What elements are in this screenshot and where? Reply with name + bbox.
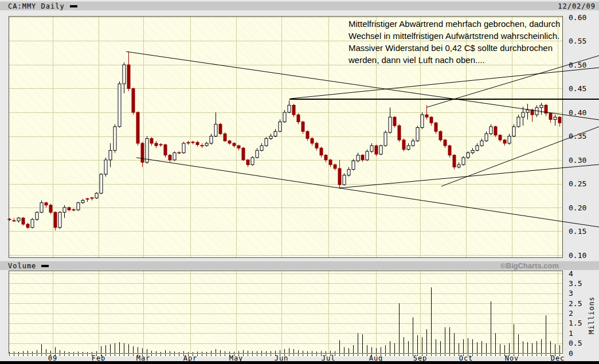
bigcharts-copyright: ©BigCharts.com	[500, 261, 559, 270]
volume-axis-label: 3	[569, 289, 573, 298]
analyst-annotation: Mittelfristiger Abwärtrend mehrfach gebr…	[349, 18, 566, 66]
price-axis-label: 0.15	[569, 227, 586, 236]
price-axis-label: 0.30	[569, 156, 586, 165]
volume-panel-header: Volume ©BigCharts.com	[0, 261, 599, 270]
volume-axis-label: 0.5	[569, 339, 582, 347]
annotation-line: Mittelfristiger Abwärtrend mehrfach gebr…	[349, 18, 566, 30]
volume-chart-panel	[9, 271, 563, 354]
bigcharts-chart-screenshot: CA:MMY Daily 12/02/09 Mittelfristiger Ab…	[0, 0, 599, 364]
as-of-date: 12/02/09	[558, 2, 596, 10]
annotation-line: Massiver Widerstand bei 0,42 C$ sollte d…	[349, 42, 566, 54]
axis-labels: 0.600.550.500.450.400.350.300.250.200.15…	[569, 13, 586, 358]
price-panel-header: CA:MMY Daily 12/02/09	[0, 1, 599, 10]
price-axis-label: 0.50	[569, 61, 586, 69]
price-axis-label: 0.55	[569, 37, 586, 45]
annotation-line: werden, dann viel Luft nach oben....	[349, 54, 566, 66]
volume-axis-label: 3.5	[569, 279, 582, 288]
price-axis-label: 0.60	[569, 13, 586, 22]
symbol-interval-label: CA:MMY Daily	[8, 2, 65, 10]
price-axis-label: 0.10	[569, 251, 586, 260]
annotation-line: Wechsel in mittelfristigen Aufwärtstrend…	[349, 30, 566, 42]
volume-axis-label: 4	[569, 269, 573, 278]
price-axis-label: 0.45	[569, 84, 586, 93]
volume-axis-unit: Millions	[588, 292, 596, 338]
volume-axis-label: 1.5	[569, 319, 582, 327]
bottom-black-bar	[0, 361, 599, 364]
price-axis-label: 0.35	[569, 132, 586, 140]
volume-series-legend-dash-icon	[41, 265, 49, 267]
volume-label: Volume	[8, 262, 36, 270]
date-axis-labels: 09FebMarAprMayJunJulAugSepOctNovDec	[0, 354, 599, 361]
price-axis-label: 0.40	[569, 108, 586, 117]
price-axis-label: 0.25	[569, 179, 586, 188]
price-series-legend-dash-icon	[70, 5, 77, 7]
volume-axis-label: 2	[569, 309, 573, 318]
volume-axis-label: 2.5	[569, 299, 582, 308]
price-axis-label: 0.20	[569, 203, 586, 212]
volume-axis-label: 1	[569, 329, 573, 338]
